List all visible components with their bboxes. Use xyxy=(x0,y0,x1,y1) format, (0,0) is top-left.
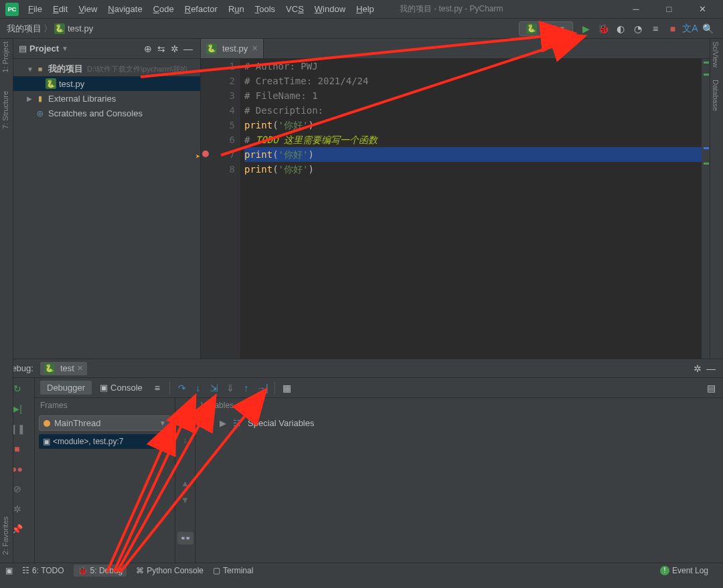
rail-favorites[interactable]: 2: Favorites xyxy=(0,514,11,557)
tab-close-icon[interactable]: ✕ xyxy=(252,44,258,53)
chevron-down-icon[interactable]: ▼ xyxy=(62,45,68,52)
python-icon: 🐍 xyxy=(44,363,55,374)
project-panel-title: Project xyxy=(29,43,59,54)
debug-config-tab[interactable]: 🐍 test ✕ xyxy=(40,362,87,375)
left-tool-rail: 1: Project 7: Structure xyxy=(0,39,13,359)
step-out-button[interactable]: ↑ xyxy=(240,381,253,395)
expand-icon[interactable]: ▶ xyxy=(220,418,226,428)
thread-selector[interactable]: MainThread ▼ xyxy=(39,415,171,431)
status-debug[interactable]: 🐞5: Debug xyxy=(74,565,127,577)
gear-icon[interactable]: ✲ xyxy=(691,362,704,375)
tree-scratch-label: Scratches and Consoles xyxy=(48,108,143,118)
status-pyconsole[interactable]: ⌘Python Console xyxy=(136,566,204,575)
menu-navigate[interactable]: Navigate xyxy=(102,2,147,16)
frame-down-button[interactable]: ↓ xyxy=(183,435,187,445)
run-to-cursor-button[interactable]: →| xyxy=(256,381,269,395)
rail-structure[interactable]: 7: Structure xyxy=(0,88,11,132)
console-tab[interactable]: ▣ Console xyxy=(94,381,148,395)
menu-window[interactable]: Window xyxy=(309,2,351,16)
translate-button[interactable]: 文A xyxy=(681,20,699,37)
maximize-button[interactable]: □ xyxy=(653,0,684,19)
hide-icon[interactable]: — xyxy=(181,42,195,56)
menu-file[interactable]: File xyxy=(23,2,48,16)
editor-tabs: 🐍 test.py ✕ xyxy=(201,39,710,59)
tree-scratches[interactable]: ◎ Scratches and Consoles xyxy=(13,106,200,120)
variables-pane: Variables + ▶ ☷ Special Variables xyxy=(195,398,723,563)
menu-vcs[interactable]: VCS xyxy=(280,2,309,16)
status-eventlog[interactable]: !Event Log xyxy=(660,566,708,575)
special-variables-label[interactable]: Special Variables xyxy=(248,418,314,428)
python-icon: ⌘ xyxy=(136,566,144,575)
debug-button[interactable]: 🐞 xyxy=(594,20,612,37)
project-panel: ▤ Project ▼ ⊕ ⇆ ✲ — ▼ ■ 我的项目 D:\软件下载文件\p… xyxy=(13,39,201,359)
navigation-bar: 我的项目 〉 🐍 test.py 🐍 test ▼ ▶ 🐞 ◐ ◔ ≡ ■ 文A… xyxy=(0,19,723,39)
tree-root-label: 我的项目 xyxy=(48,63,83,75)
menu-code[interactable]: Code xyxy=(148,2,179,16)
menu-edit[interactable]: Edit xyxy=(48,2,73,16)
breadcrumb-project[interactable]: 我的项目 xyxy=(7,23,42,35)
threads-icon[interactable]: ≡ xyxy=(151,381,164,395)
stop-button[interactable]: ■ xyxy=(664,20,681,37)
folder-icon: ■ xyxy=(35,64,46,74)
run-button[interactable]: ▶ xyxy=(577,20,594,37)
hide-icon[interactable]: — xyxy=(704,362,718,375)
concurrency-button[interactable]: ≡ xyxy=(647,20,664,37)
tree-external-libraries[interactable]: ▶ ▮ External Libraries xyxy=(13,91,200,106)
menu-refactor[interactable]: Refactor xyxy=(179,2,223,16)
breakpoint-strip[interactable]: ➤ xyxy=(201,59,210,359)
force-step-button[interactable]: ⇓ xyxy=(224,381,237,395)
editor-area: 🐍 test.py ✕ ➤ 1234 5678 # Author: PWJ # … xyxy=(201,39,710,359)
coverage-button[interactable]: ◐ xyxy=(612,20,629,37)
tree-file-testpy[interactable]: 🐍 test.py xyxy=(13,76,200,91)
tree-root-path: D:\软件下载文件\pycharm\我的 xyxy=(87,64,187,74)
expand-icon[interactable]: ⇆ xyxy=(155,42,168,56)
editor-tab-testpy[interactable]: 🐍 test.py ✕ xyxy=(201,39,264,58)
minimize-button[interactable]: ─ xyxy=(621,0,651,19)
app-icon: PC xyxy=(5,3,19,16)
code-line-4: # Description: xyxy=(244,105,323,116)
code-area[interactable]: ➤ 1234 5678 # Author: PWJ # CreatTime: 2… xyxy=(201,59,710,359)
search-button[interactable]: 🔍 xyxy=(699,20,716,37)
tree-file-label: test.py xyxy=(59,79,84,89)
debug-panel: Debug: 🐍 test ✕ ✲ — ↻ ▶| ❚❚ ■ ●● ⊘ ✲ 📌 D… xyxy=(0,359,723,563)
error-strip[interactable] xyxy=(702,59,710,359)
gutter[interactable]: 1234 5678 xyxy=(210,59,240,359)
breadcrumb-file[interactable]: test.py xyxy=(68,23,93,33)
gear-icon[interactable]: ✲ xyxy=(168,42,181,56)
glasses-icon[interactable]: 👓 xyxy=(177,532,193,545)
run-config-selector[interactable]: 🐍 test ▼ xyxy=(519,21,573,36)
add-watch-button[interactable]: + xyxy=(199,418,213,431)
locate-icon[interactable]: ⊕ xyxy=(141,42,155,56)
status-eventlog-label: Event Log xyxy=(672,566,708,575)
menu-run[interactable]: Run xyxy=(223,2,250,16)
project-panel-header: ▤ Project ▼ ⊕ ⇆ ✲ — xyxy=(13,39,200,59)
step-into-my-button[interactable]: ⇲ xyxy=(208,381,221,395)
code-body[interactable]: # Author: PWJ # CreatTime: 2021/4/24 # F… xyxy=(240,59,702,359)
profile-button[interactable]: ◔ xyxy=(629,20,647,37)
status-todo[interactable]: ☷6: TODO xyxy=(22,566,64,575)
close-button[interactable]: ✕ xyxy=(687,0,718,19)
close-icon[interactable]: ✕ xyxy=(77,364,83,373)
step-over-button[interactable]: ↷ xyxy=(175,381,189,395)
evaluate-button[interactable]: ▦ xyxy=(280,381,294,395)
menu-tools[interactable]: Tools xyxy=(250,2,280,16)
menu-view[interactable]: View xyxy=(73,2,102,16)
rail-database[interactable]: Database xyxy=(710,77,721,114)
tree-project-root[interactable]: ▼ ■ 我的项目 D:\软件下载文件\pycharm\我的 xyxy=(13,62,200,76)
status-terminal[interactable]: ▢Terminal xyxy=(213,566,253,575)
frame-icon: ▣ xyxy=(43,437,50,446)
frame-row[interactable]: ▣ <module>, test.py:7 xyxy=(39,434,171,449)
rail-sciview[interactable]: SciView xyxy=(710,39,721,70)
layout-button[interactable]: ▤ xyxy=(704,381,718,395)
menu-help[interactable]: Help xyxy=(351,2,380,16)
breakpoint-marker[interactable] xyxy=(202,151,209,157)
step-into-button[interactable]: ↓ xyxy=(191,381,205,395)
frame-label: <module>, test.py:7 xyxy=(53,437,123,446)
chevron-up-icon[interactable]: ▲ xyxy=(181,478,189,488)
chevron-down-icon[interactable]: ▼ xyxy=(181,495,189,505)
code-line-8-fn: print xyxy=(244,164,272,175)
rail-project[interactable]: 1: Project xyxy=(0,39,11,75)
debugger-tab[interactable]: Debugger xyxy=(40,381,92,395)
tool-window-button[interactable]: ▣ xyxy=(5,566,13,575)
frame-up-button[interactable]: ↑ xyxy=(183,418,187,428)
